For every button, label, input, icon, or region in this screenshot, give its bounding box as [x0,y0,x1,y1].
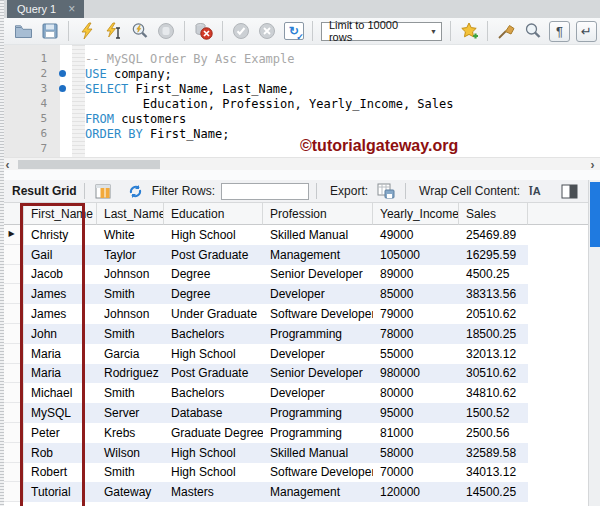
toggle-autocommit-icon[interactable]: ↻ ✓ [284,20,304,42]
table-row[interactable]: TutorialGatewayMastersManagement12000014… [0,482,528,502]
table-cell[interactable]: Degree [164,265,263,285]
rollback-icon[interactable] [257,20,277,42]
table-cell[interactable]: 55000 [373,344,459,364]
filter-rows-input[interactable] [221,183,309,200]
export-icon[interactable] [377,183,395,199]
table-cell[interactable]: Robert [24,463,97,483]
table-cell[interactable]: Michael [24,383,97,403]
table-cell[interactable]: MySQL [24,403,97,423]
table-cell[interactable]: 81000 [373,423,459,443]
table-row[interactable]: MichaelSmithBachelorsDeveloper8000034810… [0,383,528,403]
table-cell[interactable]: Bachelors [164,324,263,344]
table-cell[interactable]: Masters [164,482,263,502]
table-cell[interactable]: Post Graduate [164,364,263,384]
table-cell[interactable]: 34810.62 [459,383,528,403]
table-cell[interactable]: John [24,324,97,344]
wrap-text-icon[interactable]: ↵ [576,20,597,42]
table-cell[interactable]: James [24,304,97,324]
table-cell[interactable]: Developer [263,284,373,304]
table-cell[interactable]: Jacob [24,265,97,285]
table-cell[interactable]: Degree [164,284,263,304]
toggle-sidebar-icon[interactable] [561,184,578,199]
table-cell[interactable]: Post Graduate [164,245,263,265]
table-cell[interactable]: 120000 [373,482,459,502]
table-cell[interactable]: 80000 [373,383,459,403]
editor-line[interactable]: 4 Education, Profession, Yearly_Income, … [0,96,600,111]
table-row[interactable]: ▶ChristyWhiteHigh SchoolSkilled Manual49… [0,225,528,245]
editor-line[interactable]: 2USE company; [0,66,600,81]
save-snippet-icon[interactable] [459,20,479,42]
table-cell[interactable]: 980000 [373,364,459,384]
stop-query-icon[interactable] [156,20,176,42]
table-cell[interactable]: 95000 [373,403,459,423]
tab-query-1[interactable]: Query 1 × [7,0,84,18]
table-cell[interactable]: 58000 [373,443,459,463]
table-cell[interactable]: Skilled Manual [263,443,373,463]
open-script-icon[interactable] [13,20,33,42]
table-cell[interactable]: 1500.52 [459,403,528,423]
commit-icon[interactable] [231,20,251,42]
wrap-cell-content-icon[interactable]: ĪA [529,185,541,198]
table-cell[interactable]: Tutorial [24,482,97,502]
table-cell[interactable]: Maria [24,344,97,364]
table-cell[interactable]: 32589.58 [459,443,528,463]
editor-line[interactable]: 1-- MySQL Order By Asc Example [0,51,600,66]
table-cell[interactable]: Rodriguez [97,364,164,384]
table-row[interactable]: MySQLServerDatabaseProgramming950001500.… [0,403,528,423]
table-cell[interactable]: 25469.89 [459,225,528,245]
table-cell[interactable]: 18500.25 [459,324,528,344]
column-header[interactable]: Education [164,203,263,225]
save-script-icon[interactable] [39,20,59,42]
table-cell[interactable]: 32013.12 [459,344,528,364]
panel-splitter[interactable] [0,170,600,180]
table-cell[interactable]: Peter [24,423,97,443]
table-cell[interactable]: Smith [97,463,164,483]
kill-connection-icon[interactable] [193,20,213,42]
table-cell[interactable]: High School [164,344,263,364]
grid-vertical-scrollbar[interactable] [588,180,600,506]
table-cell[interactable]: Software Developer [263,304,373,324]
table-cell[interactable]: Skilled Manual [263,225,373,245]
table-cell[interactable]: Senior Developer [263,265,373,285]
table-cell[interactable]: 85000 [373,284,459,304]
editor-line[interactable]: 3SELECT First_Name, Last_Name, [0,81,600,96]
find-icon[interactable] [523,20,543,42]
table-cell[interactable]: 38313.56 [459,284,528,304]
table-cell[interactable]: Management [263,245,373,265]
editor-line[interactable]: 5FROM customers [0,111,600,126]
table-row[interactable]: JacobJohnsonDegreeSenior Developer890004… [0,265,528,285]
table-cell[interactable]: High School [164,463,263,483]
table-cell[interactable]: Bachelors [164,383,263,403]
table-row[interactable]: GailTaylorPost GraduateManagement1050001… [0,245,528,265]
editor-horizontal-scrollbar[interactable]: ‹ › [0,157,600,170]
table-cell[interactable]: 16295.59 [459,245,528,265]
table-cell[interactable]: Wilson [97,443,164,463]
table-cell[interactable]: 79000 [373,304,459,324]
table-cell[interactable]: Programming [263,423,373,443]
show-invisibles-icon[interactable]: ¶ [549,20,570,42]
table-cell[interactable]: High School [164,443,263,463]
table-row[interactable]: PeterKrebsGraduate DegreeProgramming8100… [0,423,528,443]
table-cell[interactable]: Developer [263,383,373,403]
explain-query-icon[interactable] [130,20,150,42]
column-header[interactable]: Yearly_Income [373,203,459,225]
table-cell[interactable]: Programming [263,403,373,423]
table-cell[interactable]: Database [164,403,263,423]
table-cell[interactable]: Senior Developer [263,364,373,384]
table-cell[interactable]: Management [263,482,373,502]
table-row[interactable]: JohnSmithBachelorsProgramming7800018500.… [0,324,528,344]
sql-editor[interactable]: 1-- MySQL Order By Asc Example2USE compa… [0,45,600,157]
table-cell[interactable]: 89000 [373,265,459,285]
table-cell[interactable]: 4500.25 [459,265,528,285]
table-row[interactable]: RobWilsonHigh SchoolSkilled Manual580003… [0,443,528,463]
table-cell[interactable]: Programming [263,324,373,344]
table-row[interactable]: MariaRodriguezPost GraduateSenior Develo… [0,364,528,384]
table-cell[interactable]: Garcia [97,344,164,364]
table-row[interactable]: MariaGarciaHigh SchoolDeveloper550003201… [0,344,528,364]
table-row[interactable]: RobertSmithHigh SchoolSoftware Developer… [0,463,528,483]
table-cell[interactable]: 70000 [373,463,459,483]
table-cell[interactable]: 49000 [373,225,459,245]
table-cell[interactable]: Krebs [97,423,164,443]
table-cell[interactable]: Maria [24,364,97,384]
column-header[interactable]: Profession [263,203,373,225]
